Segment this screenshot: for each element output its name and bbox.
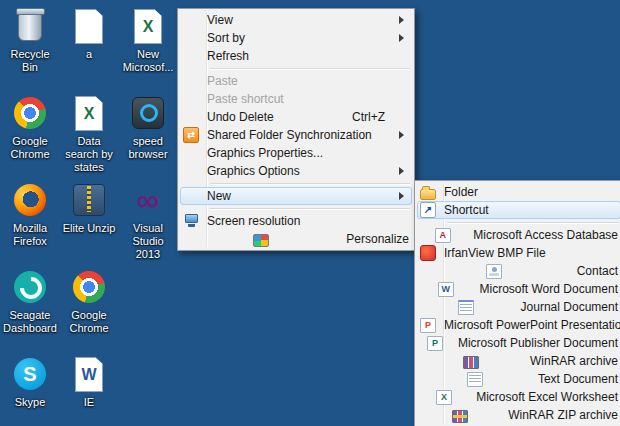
seagate-icon [6, 267, 54, 307]
desktop-icon-label: Google Chrome [60, 309, 118, 335]
new-submenu-item-microsoft-excel-worksheet[interactable]: Microsoft Excel Worksheet [417, 388, 620, 406]
submenu-arrow-icon [399, 34, 404, 42]
desktop-icon-label: Recycle Bin [1, 48, 59, 74]
chrome-icon [65, 267, 113, 307]
excel-icon [436, 390, 452, 405]
desktop-icon-seagate-dashboard[interactable]: Seagate Dashboard [1, 267, 59, 335]
menu-item-label: View [207, 13, 233, 27]
icon-slot-empty [183, 30, 199, 46]
doc-plain-icon [65, 6, 113, 46]
menu-item-label: Microsoft Word Document [480, 282, 619, 296]
new-submenu-item-journal-document[interactable]: Journal Document [417, 298, 620, 316]
menu-separator [210, 68, 410, 69]
desktop[interactable]: Recycle BinaNew Microsof...Google Chrome… [0, 0, 620, 426]
menu-item-label: Journal Document [521, 300, 618, 314]
context-menu-item-graphics-options[interactable]: Graphics Options [180, 162, 412, 180]
menu-item-label: Sort by [207, 31, 245, 45]
desktop-icon-label: Skype [1, 396, 59, 409]
menu-item-label: Microsoft PowerPoint Presentation [444, 318, 620, 332]
desktop-icon-google-chrome-2[interactable]: Google Chrome [60, 267, 118, 335]
new-submenu-item-microsoft-word-document[interactable]: Microsoft Word Document [417, 280, 620, 298]
desktop-icon-label: a [60, 48, 118, 61]
desktop-icon-speed-browser[interactable]: speed browser [119, 93, 177, 161]
chrome-icon [6, 93, 54, 133]
visual-studio-icon [124, 180, 172, 220]
excel-doc-icon [65, 93, 113, 133]
submenu-arrow-icon [399, 192, 404, 200]
new-submenu-item-winrar-archive[interactable]: WinRAR archive [417, 352, 620, 370]
submenu-arrow-icon [399, 131, 404, 139]
new-submenu-item-shortcut[interactable]: Shortcut [417, 201, 620, 219]
excel-doc-icon [124, 6, 172, 46]
menu-item-label: IrfanView BMP File [444, 246, 546, 260]
menu-separator [210, 183, 410, 184]
context-menu-item-graphics-properties[interactable]: Graphics Properties... [180, 144, 412, 162]
powerpoint-icon [420, 318, 436, 333]
desktop-icon-label: speed browser [119, 135, 177, 161]
new-submenu-item-winrar-zip-archive[interactable]: WinRAR ZIP archive [417, 406, 620, 424]
context-menu-item-new[interactable]: New [180, 187, 412, 205]
new-submenu-item-text-document[interactable]: Text Document [417, 370, 620, 388]
desktop-icon-new-microsoft-excel[interactable]: New Microsof... [119, 6, 177, 74]
desktop-icon-visual-studio-2013[interactable]: Visual Studio 2013 [119, 180, 177, 261]
new-submenu-item-contact[interactable]: Contact [417, 262, 620, 280]
icon-slot-empty [183, 48, 199, 64]
menu-item-label: Undo Delete [207, 110, 274, 124]
icon-slot-empty [183, 73, 199, 89]
context-menu-item-personalize[interactable]: Personalize [180, 230, 412, 248]
monitor-icon [183, 213, 199, 229]
context-menu-item-refresh[interactable]: Refresh [180, 47, 412, 65]
context-menu-item-shared-folder-synchronization[interactable]: Shared Folder Synchronization [180, 126, 412, 144]
context-menu: ViewSort byRefreshPastePaste shortcutUnd… [177, 8, 415, 251]
submenu-arrow-icon [399, 167, 404, 175]
menu-item-label: Graphics Properties... [207, 146, 323, 160]
contact-icon [486, 264, 502, 279]
bmp-icon [420, 245, 436, 261]
desktop-icon-a[interactable]: a [60, 6, 118, 61]
menu-item-label: Refresh [207, 49, 249, 63]
menu-item-label: Text Document [538, 372, 618, 386]
journal-icon [458, 300, 474, 315]
icon-slot-empty [183, 145, 199, 161]
menu-item-label: Graphics Options [207, 164, 300, 178]
desktop-icon-mozilla-firefox[interactable]: Mozilla Firefox [1, 180, 59, 248]
context-menu-item-screen-resolution[interactable]: Screen resolution [180, 212, 412, 230]
context-menu-item-paste: Paste [180, 72, 412, 90]
menu-item-label: WinRAR ZIP archive [508, 408, 618, 422]
desktop-icon-skype[interactable]: Skype [1, 354, 59, 409]
new-submenu-item-microsoft-publisher-document[interactable]: Microsoft Publisher Document [417, 334, 620, 352]
icon-slot-empty [183, 91, 199, 107]
desktop-icon-elite-unzip[interactable]: Elite Unzip [60, 180, 118, 235]
desktop-icon-google-chrome-1[interactable]: Google Chrome [1, 93, 59, 161]
publisher-icon [427, 336, 443, 351]
menu-item-label: Folder [444, 185, 478, 199]
menu-item-label: Shared Folder Synchronization [207, 128, 372, 142]
sync-icon [183, 127, 199, 143]
icon-slot-empty [183, 109, 199, 125]
desktop-icon-label: Visual Studio 2013 [119, 222, 177, 261]
new-submenu-item-irfanview-bmp-file[interactable]: IrfanView BMP File [417, 244, 620, 262]
icon-slot-empty [183, 163, 199, 179]
context-menu-item-undo-delete[interactable]: Undo DeleteCtrl+Z [180, 108, 412, 126]
context-menu-item-view[interactable]: View [180, 11, 412, 29]
personalize-icon [253, 234, 269, 247]
menu-item-label: Paste [207, 74, 238, 88]
menu-item-label: Contact [577, 264, 618, 278]
icon-slot-empty [183, 188, 199, 204]
desktop-icon-ie[interactable]: IE [60, 354, 118, 409]
desktop-icon-label: Elite Unzip [60, 222, 118, 235]
menu-item-label: Screen resolution [207, 214, 300, 228]
new-submenu-item-microsoft-powerpoint-presentation[interactable]: Microsoft PowerPoint Presentation [417, 316, 620, 334]
new-submenu-item-microsoft-access-database[interactable]: Microsoft Access Database [417, 226, 620, 244]
menu-item-label: Shortcut [444, 203, 489, 217]
word-icon [438, 282, 454, 297]
context-menu-item-sort-by[interactable]: Sort by [180, 29, 412, 47]
desktop-icon-data-search-by-states[interactable]: Data search by states [60, 93, 118, 174]
new-submenu-item-folder[interactable]: Folder [417, 183, 620, 201]
context-menu-item-paste-shortcut: Paste shortcut [180, 90, 412, 108]
winrar-icon [463, 356, 479, 369]
submenu-arrow-icon [399, 16, 404, 24]
menu-item-label: Personalize [346, 232, 409, 246]
desktop-icon-recycle-bin[interactable]: Recycle Bin [1, 6, 59, 74]
firefox-icon [6, 180, 54, 220]
